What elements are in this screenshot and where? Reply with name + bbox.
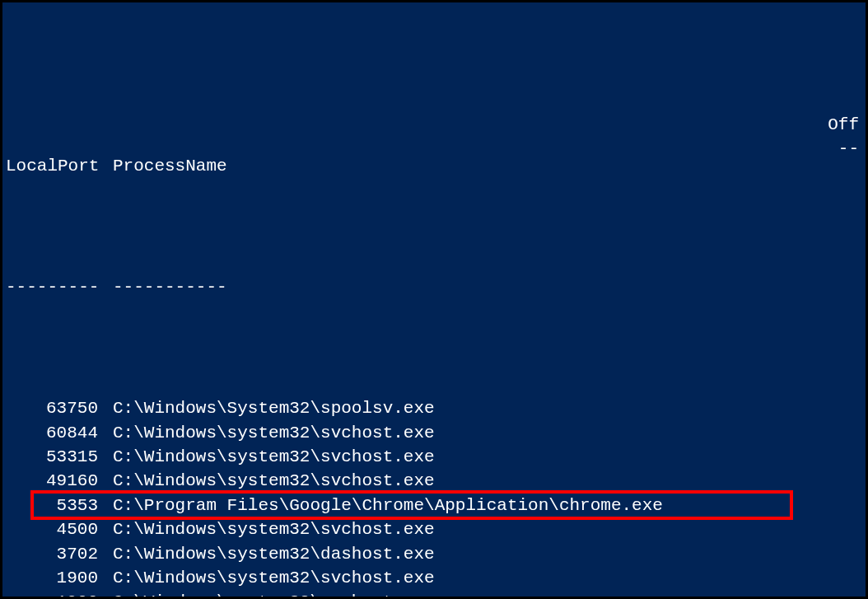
cell-port: 3702: [6, 542, 113, 566]
cell-port: 53315: [6, 445, 113, 469]
cell-port: 63750: [6, 396, 113, 420]
table-header: LocalPort ProcessName: [6, 154, 862, 178]
cell-port: 60844: [6, 421, 113, 445]
table-row: 63750C:\Windows\System32\spoolsv.exe: [6, 396, 862, 420]
powershell-terminal[interactable]: LocalPort ProcessName Off --------- ----…: [6, 106, 862, 599]
table-row: 60844C:\Windows\system32\svchost.exe: [6, 421, 862, 445]
cell-process: C:\Windows\system32\svchost.exe: [113, 566, 862, 590]
cell-process: C:\Windows\system32\svchost.exe: [113, 469, 862, 493]
cell-port: 4500: [6, 517, 113, 541]
cell-process: C:\Program Files\Google\Chrome\Applicati…: [113, 494, 862, 517]
table-body: 63750C:\Windows\System32\spoolsv.exe6084…: [6, 396, 862, 599]
cell-process: C:\Windows\system32\svchost.exe: [113, 445, 862, 469]
cell-port: 5353: [6, 494, 113, 517]
cell-port: 1900: [6, 566, 113, 590]
table-row: 3702C:\Windows\system32\dashost.exe: [6, 542, 862, 566]
separator-processname: -----------: [113, 275, 862, 299]
cell-port: 49160: [6, 469, 113, 493]
table-row: 53315C:\Windows\system32\svchost.exe: [6, 445, 862, 469]
cell-process: C:\Windows\system32\svchost.exe: [113, 590, 862, 599]
table-separator: --------- -----------: [6, 275, 862, 299]
separator-localport: ---------: [6, 275, 113, 299]
table-row: 1900C:\Windows\system32\svchost.exe: [6, 590, 862, 599]
table-row: 4500C:\Windows\system32\svchost.exe: [6, 517, 862, 541]
header-off: Off: [828, 113, 859, 137]
cell-port: 1900: [6, 590, 113, 599]
table-row: 1900C:\Windows\system32\svchost.exe: [6, 566, 862, 590]
header-localport: LocalPort: [6, 154, 113, 178]
header-processname: ProcessName: [113, 154, 862, 178]
separator-off: --: [838, 137, 859, 161]
cell-process: C:\Windows\system32\svchost.exe: [113, 421, 862, 445]
table-row: 5353C:\Program Files\Google\Chrome\Appli…: [6, 494, 862, 517]
cell-process: C:\Windows\system32\dashost.exe: [113, 542, 862, 566]
table-row: 49160C:\Windows\system32\svchost.exe: [6, 469, 862, 493]
cell-process: C:\Windows\system32\svchost.exe: [113, 517, 862, 541]
cell-process: C:\Windows\System32\spoolsv.exe: [113, 396, 862, 420]
